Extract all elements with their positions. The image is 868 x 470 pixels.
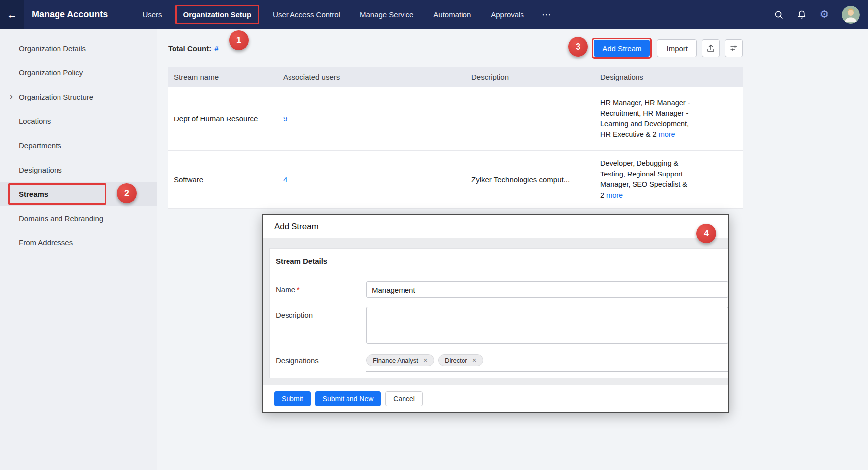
cancel-button[interactable]: Cancel — [385, 391, 423, 406]
add-stream-button[interactable]: Add Stream — [594, 40, 650, 57]
required-marker: * — [297, 285, 300, 294]
annotation-box-add-stream: Add Stream — [592, 38, 652, 59]
chip-remove-icon[interactable]: ✕ — [423, 357, 428, 364]
table-row[interactable]: Dept of Human Resource 9 HR Manager, HR … — [168, 87, 743, 151]
user-avatar[interactable] — [842, 6, 860, 24]
description-input[interactable] — [366, 307, 728, 344]
column-header-stream-name[interactable]: Stream name — [168, 67, 277, 87]
annotation-step-4: 4 — [696, 224, 716, 243]
more-link[interactable]: more — [659, 130, 675, 138]
back-arrow-icon: ← — [7, 9, 17, 21]
chip-remove-icon[interactable]: ✕ — [472, 357, 477, 364]
primary-nav: Users Organization Setup User Access Con… — [132, 0, 560, 29]
column-header-actions — [699, 67, 743, 87]
name-input[interactable] — [366, 281, 728, 298]
nav-item-approvals[interactable]: Approvals — [481, 0, 534, 29]
description-cell — [465, 87, 594, 151]
navbar-right-actions: ⚙ — [773, 6, 868, 24]
stream-name-cell: Software — [168, 151, 277, 209]
row-actions-cell — [699, 151, 743, 209]
designations-cell: HR Manager, HR Manager - Recruitment, HR… — [594, 87, 699, 151]
designations-cell: Developer, Debugging & Testing, Regional… — [594, 151, 699, 209]
modal-header: Add Stream — [263, 215, 728, 238]
sidebar-item-designations[interactable]: Designations — [0, 158, 157, 182]
sidebar-item-domains-and-rebranding[interactable]: Domains and Rebranding — [0, 206, 157, 231]
nav-item-users[interactable]: Users — [132, 0, 172, 29]
submit-button[interactable]: Submit — [274, 391, 311, 406]
search-icon[interactable] — [773, 9, 784, 20]
modal-title: Add Stream — [274, 222, 319, 232]
submit-and-new-button[interactable]: Submit and New — [315, 391, 381, 406]
app-title: Manage Accounts — [32, 9, 108, 20]
back-button[interactable]: ← — [0, 0, 24, 29]
sidebar-item-locations[interactable]: Locations — [0, 109, 157, 133]
name-field-row: Name* — [276, 281, 728, 298]
associated-users-cell: 9 — [277, 87, 465, 151]
description-label: Description — [276, 307, 366, 344]
column-header-associated-users[interactable]: Associated users — [277, 67, 465, 87]
table-header-row: Stream name Associated users Description… — [168, 67, 743, 87]
sidebar-item-organization-details[interactable]: Organization Details — [0, 36, 157, 60]
stream-details-card: Stream Details Name* Description — [269, 248, 728, 378]
total-count: Total Count:# — [168, 44, 219, 53]
export-button[interactable] — [702, 39, 720, 57]
table-row[interactable]: Software 4 Zylker Technologies comput...… — [168, 151, 743, 209]
nav-item-user-access-control[interactable]: User Access Control — [263, 0, 350, 29]
column-header-designations[interactable]: Designations — [594, 67, 699, 87]
filter-icon — [729, 44, 738, 53]
sidebar-item-organization-policy[interactable]: Organization Policy — [0, 60, 157, 85]
designations-input[interactable]: Finance Analyst ✕ Director ✕ — [366, 354, 728, 372]
toolbar-actions: Add Stream Import — [592, 38, 743, 59]
filter-button[interactable] — [725, 39, 743, 57]
sidebar-item-organization-structure[interactable]: › Organization Structure — [0, 85, 157, 109]
sidebar: Organization Details Organization Policy… — [0, 29, 157, 470]
modal-body: Stream Details Name* Description — [263, 238, 728, 385]
annotation-step-3: 3 — [568, 37, 588, 57]
nav-more-icon[interactable]: ⋯ — [534, 9, 560, 20]
sidebar-item-departments[interactable]: Departments — [0, 133, 157, 158]
total-count-value-link[interactable]: # — [214, 44, 218, 53]
designation-chip: Finance Analyst ✕ — [366, 354, 434, 366]
associated-users-link[interactable]: 9 — [283, 115, 287, 123]
streams-table: Stream name Associated users Description… — [168, 67, 743, 209]
table-body: Dept of Human Resource 9 HR Manager, HR … — [168, 87, 743, 209]
designations-field-row: Designations Finance Analyst ✕ Director … — [276, 352, 728, 372]
upload-icon — [706, 44, 715, 53]
nav-item-automation[interactable]: Automation — [423, 0, 481, 29]
nav-item-organization-setup[interactable]: Organization Setup — [175, 5, 260, 24]
name-label: Name* — [276, 281, 366, 298]
top-navbar: ← Manage Accounts Users Organization Set… — [0, 0, 868, 29]
settings-gear-icon[interactable]: ⚙ — [819, 9, 830, 20]
nav-item-manage-service[interactable]: Manage Service — [350, 0, 423, 29]
annotation-step-2: 2 — [117, 183, 137, 203]
modal-footer: Submit Submit and New Cancel — [263, 385, 728, 412]
column-header-description[interactable]: Description — [465, 67, 594, 87]
associated-users-link[interactable]: 4 — [283, 176, 287, 184]
toolbar: Total Count:# Add Stream Import — [157, 29, 868, 67]
annotation-step-1: 1 — [229, 30, 249, 50]
associated-users-cell: 4 — [277, 151, 465, 209]
stream-name-cell: Dept of Human Resource — [168, 87, 277, 151]
add-stream-modal: Add Stream Stream Details Name* Descript… — [262, 214, 729, 413]
row-actions-cell — [699, 87, 743, 151]
sidebar-item-from-addresses[interactable]: From Addresses — [0, 231, 157, 255]
description-cell: Zylker Technologies comput... — [465, 151, 594, 209]
more-link[interactable]: more — [606, 191, 623, 199]
import-button[interactable]: Import — [657, 39, 697, 57]
chevron-right-icon: › — [10, 91, 13, 102]
section-title: Stream Details — [276, 257, 728, 265]
notifications-bell-icon[interactable] — [796, 9, 807, 20]
description-field-row: Description — [276, 307, 728, 344]
designations-label: Designations — [276, 352, 366, 372]
app-window: ← Manage Accounts Users Organization Set… — [0, 0, 868, 470]
designation-chip: Director ✕ — [438, 354, 483, 366]
